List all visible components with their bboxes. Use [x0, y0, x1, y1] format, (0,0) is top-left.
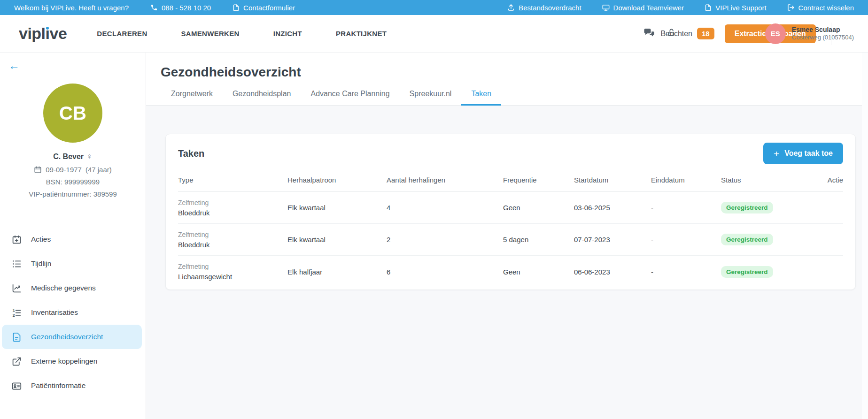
task-start-date: 07-07-2023	[574, 236, 651, 244]
table-row: Zelfmeting Bloeddruk Elk kwartaal 2 5 da…	[178, 224, 843, 256]
contact-form-link[interactable]: Contactformulier	[232, 4, 295, 12]
nav-declareren[interactable]: DECLAREREN	[97, 30, 147, 38]
tab-advance-care-planning[interactable]: Advance Care Planning	[301, 90, 399, 106]
welcome-text: Welkom bij VIPLive. Heeft u vragen?	[14, 4, 129, 12]
app-header: viplıve DECLAREREN SAMENWERKEN INZICHT P…	[0, 15, 868, 53]
nav-samenwerken[interactable]: SAMENWERKEN	[181, 30, 240, 38]
patient-name: C. Bever	[53, 152, 84, 161]
female-gender-icon: ♀	[86, 152, 93, 161]
main-nav: DECLAREREN SAMENWERKEN INZICHT PRAKTIJKN…	[97, 30, 387, 38]
patient-avatar: CB	[43, 84, 102, 143]
upload-icon	[507, 4, 515, 11]
patient-bsn: BSN: 999999999	[0, 178, 146, 186]
file-transfer-link[interactable]: Bestandsoverdracht	[507, 4, 581, 12]
tab-content: Taken + Voeg taak toe Type Herhaalpatroo…	[146, 106, 868, 419]
task-type-category: Zelfmeting	[178, 198, 287, 208]
monitor-icon	[602, 4, 610, 11]
nav-inzicht[interactable]: INZICHT	[273, 30, 302, 38]
tab-zorgnetwerk[interactable]: Zorgnetwerk	[161, 90, 223, 106]
messages-count-badge: 18	[697, 28, 714, 39]
task-type-name: Bloeddruk	[178, 208, 287, 218]
logout-icon	[787, 4, 795, 11]
col-aantal-herhalingen: Aantal herhalingen	[387, 176, 503, 184]
viplive-logo[interactable]: viplıve	[19, 24, 67, 43]
switch-contract-link[interactable]: Contract wisselen	[787, 4, 854, 12]
file-icon	[232, 4, 240, 11]
main-content: Gezondheidsoverzicht Zorgnetwerk Gezondh…	[146, 53, 868, 419]
sidebar-item-acties[interactable]: Acties	[2, 227, 142, 251]
col-einddatum: Einddatum	[651, 176, 721, 184]
col-type: Type	[178, 176, 287, 184]
task-type-category: Zelfmeting	[178, 230, 287, 240]
task-type-category: Zelfmeting	[178, 262, 287, 272]
task-type-name: Bloeddruk	[178, 240, 287, 250]
tab-spreekuur-nl[interactable]: Spreekuur.nl	[400, 90, 462, 106]
messages-label: Berichten	[660, 30, 692, 38]
table-header: Type Herhaalpatroon Aantal herhalingen F…	[178, 169, 843, 192]
task-end-date: -	[651, 236, 721, 244]
col-herhaalpatroon: Herhaalpatroon	[287, 176, 387, 184]
trend-chart-icon	[11, 283, 22, 293]
col-actie: Actie	[828, 176, 843, 184]
task-start-date: 06-06-2023	[574, 268, 651, 276]
plus-icon: +	[774, 149, 779, 159]
logo-dot	[46, 27, 49, 30]
patient-sidebar: ← CB C. Bever ♀ 09-09-1977 (47 jaar) BSN…	[0, 53, 146, 419]
sidebar-item-patientinformatie[interactable]: Patiëntinformatie	[2, 373, 142, 398]
task-repetitions: 2	[387, 236, 503, 244]
sidebar-item-externe-koppelingen[interactable]: Externe koppelingen	[2, 349, 142, 373]
user-location: Costerweg (01057504)	[792, 34, 854, 41]
teamviewer-link[interactable]: Download Teamviewer	[602, 4, 684, 12]
col-frequentie: Frequentie	[503, 176, 574, 184]
col-status: Status	[721, 176, 802, 184]
back-arrow-icon[interactable]: ←	[8, 60, 20, 71]
svg-text:1: 1	[12, 308, 15, 312]
tab-taken[interactable]: Taken	[461, 90, 501, 106]
task-frequency: Geen	[503, 268, 574, 276]
topbar: Welkom bij VIPLive. Heeft u vragen? 088 …	[0, 0, 868, 15]
task-pattern: Elk kwartaal	[287, 236, 387, 244]
add-task-button[interactable]: + Voeg taak toe	[763, 143, 843, 164]
document-icon	[11, 332, 22, 342]
task-start-date: 03-06-2025	[574, 204, 651, 212]
calendar-plus-icon	[11, 235, 22, 244]
user-menu[interactable]: Esmee Sculaap Costerweg (01057504)	[792, 26, 854, 42]
status-badge: Geregistreerd	[721, 266, 773, 278]
support-link[interactable]: VIPLive Support	[705, 4, 766, 12]
task-repetitions: 4	[387, 204, 503, 212]
task-end-date: -	[651, 268, 721, 276]
lock-open-icon[interactable]	[667, 28, 676, 39]
table-row: Zelfmeting Lichaamsgewicht Elk halfjaar …	[178, 256, 843, 288]
patient-summary: CB C. Bever ♀ 09-09-1977 (47 jaar) BSN: …	[0, 53, 146, 198]
messages-button[interactable]: Berichten 18	[643, 27, 714, 40]
card-title: Taken	[178, 148, 204, 159]
table-row: Zelfmeting Bloeddruk Elk kwartaal 4 Geen…	[178, 192, 843, 224]
sidebar-item-gezondheidsoverzicht[interactable]: Gezondheidsoverzicht	[2, 325, 142, 349]
col-startdatum: Startdatum	[574, 176, 651, 184]
external-link-icon	[11, 357, 22, 366]
sidebar-item-medische-gegevens[interactable]: Medische gegevens	[2, 276, 142, 300]
phone-icon	[150, 4, 158, 11]
user-avatar[interactable]: ES	[765, 23, 786, 44]
user-name: Esmee Sculaap	[792, 26, 854, 34]
sidebar-menu: Acties Tijdlijn Medische gegevens 12 Inv…	[0, 227, 146, 398]
scrollbar-track[interactable]	[862, 53, 868, 419]
task-pattern: Elk halfjaar	[287, 268, 387, 276]
id-card-icon	[11, 381, 22, 391]
task-repetitions: 6	[387, 268, 503, 276]
task-frequency: Geen	[503, 204, 574, 212]
taken-card: Taken + Voeg taak toe Type Herhaalpatroo…	[165, 134, 856, 290]
phone-link[interactable]: 088 - 528 10 20	[150, 4, 211, 12]
list-icon	[11, 259, 22, 269]
tab-gezondheidsplan[interactable]: Gezondheidsplan	[223, 90, 301, 106]
task-pattern: Elk kwartaal	[287, 204, 387, 212]
task-type-name: Lichaamsgewicht	[178, 272, 287, 282]
tab-bar: Zorgnetwerk Gezondheidsplan Advance Care…	[146, 90, 868, 106]
sidebar-item-tijdlijn[interactable]: Tijdlijn	[2, 251, 142, 276]
nav-praktijknet[interactable]: PRAKTIJKNET	[336, 30, 387, 38]
svg-text:2: 2	[12, 312, 15, 317]
task-frequency: 5 dagen	[503, 236, 574, 244]
patient-birthdate: 09-09-1977 (47 jaar)	[0, 166, 146, 174]
calendar-icon	[34, 166, 42, 174]
sidebar-item-inventarisaties[interactable]: 12 Inventarisaties	[2, 300, 142, 325]
